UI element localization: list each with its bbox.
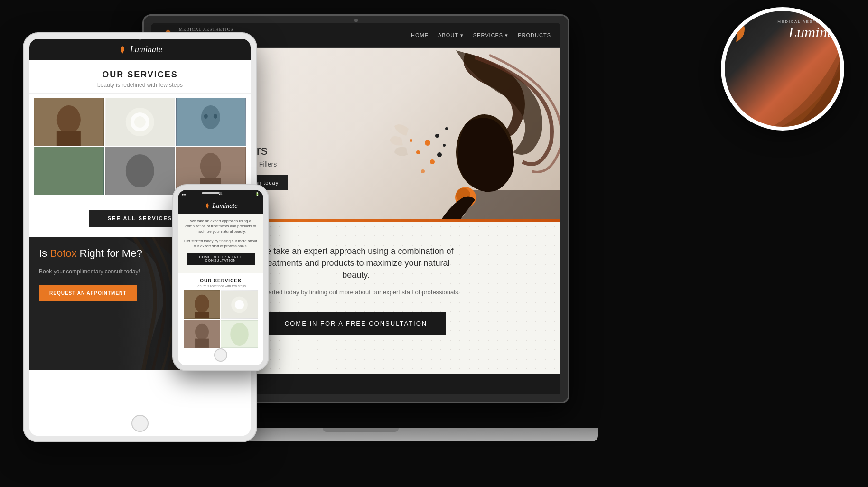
- phone-hero-text: We take an expert approach using a combi…: [183, 218, 259, 234]
- svg-point-2: [416, 150, 420, 154]
- svg-rect-32: [195, 312, 209, 318]
- nav-products[interactable]: PRODUCTS: [518, 32, 551, 38]
- svg-point-21: [204, 114, 208, 119]
- grid-photo-5: [105, 147, 175, 195]
- tablet-grid-item: [176, 98, 246, 146]
- nav-home[interactable]: HOME: [411, 32, 429, 38]
- phone-grid-item: [221, 290, 258, 319]
- phone-cta-button[interactable]: COME IN FOR A FREE CONSULTATION: [187, 253, 255, 265]
- phone-hero-section: We take an expert approach using a combi…: [178, 214, 263, 273]
- phone-grid-item: [221, 320, 258, 348]
- content-heading: We take an expert approach using a combi…: [256, 245, 456, 281]
- phone-grid-item: [184, 290, 220, 319]
- grid-photo-1: [34, 98, 104, 146]
- svg-point-26: [125, 154, 154, 187]
- phone-services-sub: Beauty is redefined with few steps: [181, 284, 261, 288]
- phone-services-title: OUR SERVICES: [181, 275, 261, 284]
- consultation-button[interactable]: COME IN FOR A FREE CONSULTATION: [266, 312, 446, 335]
- svg-point-28: [200, 153, 221, 179]
- grid-photo-4: [34, 147, 104, 195]
- phone-logo-icon: [204, 203, 211, 209]
- tablet-home-button[interactable]: [131, 415, 149, 432]
- svg-rect-14: [57, 131, 81, 146]
- tablet-services-tagline: beauty is redefined with few steps: [39, 82, 241, 88]
- circle-tagline: MEDICAL AESTHETI...: [777, 19, 835, 24]
- tablet-logo-text: Luminate: [130, 45, 162, 55]
- nav-about[interactable]: ABOUT ▾: [438, 32, 464, 38]
- phone-speaker: [202, 192, 221, 194]
- tablet-camera: [138, 36, 142, 40]
- phone-grid-photo-3: [184, 320, 220, 348]
- phone-grid-photo-2: [221, 290, 258, 319]
- circle-logo-area: MEDICAL AESTHETI... Lumina: [777, 19, 835, 41]
- phone-grid-photo-4: [221, 320, 258, 348]
- hero-silhouette-svg: [323, 48, 560, 219]
- phone-home-button[interactable]: [214, 348, 227, 362]
- svg-point-35: [235, 300, 244, 309]
- phone-get-started: Get started today by finding out more ab…: [183, 238, 259, 249]
- svg-rect-38: [195, 339, 209, 348]
- circle-zoom-inner: MEDICAL AESTHETI... Lumina: [725, 11, 840, 127]
- phone-screen: ●● ▪▪▪ 🔋 Luminate We take an expert appr…: [178, 190, 263, 365]
- svg-point-22: [214, 114, 217, 119]
- circle-logo-text: Lumina: [777, 24, 835, 41]
- nav-links: HOME ABOUT ▾ SERVICES ▾ PRODUCTS: [411, 32, 551, 38]
- svg-point-1: [425, 140, 430, 146]
- tablet-services-title: OUR SERVICES: [39, 70, 241, 80]
- phone-camera: [219, 192, 222, 195]
- phone-logo-text: Luminate: [213, 202, 238, 210]
- svg-point-9: [445, 127, 448, 130]
- svg-point-13: [57, 105, 81, 134]
- svg-point-3: [430, 159, 435, 164]
- tablet-services-header: OUR SERVICES beauty is redefined with fe…: [29, 60, 251, 94]
- svg-point-5: [421, 169, 425, 173]
- tablet-logo-icon: [118, 45, 127, 55]
- phone-nav: Luminate: [178, 198, 263, 214]
- phone-body: ●● ▪▪▪ 🔋 Luminate We take an expert appr…: [173, 185, 268, 370]
- svg-point-18: [134, 116, 145, 128]
- svg-point-37: [195, 324, 209, 340]
- svg-point-6: [435, 134, 439, 138]
- circle-zoom-badge: MEDICAL AESTHETI... Lumina: [721, 7, 844, 131]
- phone-grid-item: [184, 320, 220, 348]
- svg-point-4: [410, 139, 412, 142]
- grid-photo-2: [105, 98, 175, 146]
- svg-rect-24: [35, 147, 103, 195]
- tablet-nav: Luminate: [29, 39, 251, 60]
- tablet-grid-item: [34, 98, 104, 146]
- phone-time: ●●: [182, 193, 186, 196]
- svg-point-7: [443, 144, 446, 147]
- tablet-grid-item: [105, 147, 175, 195]
- tablet-grid-item: [34, 147, 104, 195]
- tablet-photo-grid: [29, 94, 251, 199]
- svg-point-20: [201, 105, 220, 129]
- phone-photo-grid: [181, 290, 261, 348]
- grid-photo-3: [176, 98, 246, 146]
- phone-device: ●● ▪▪▪ 🔋 Luminate We take an expert appr…: [173, 185, 268, 370]
- phone-services-section: OUR SERVICES Beauty is redefined with fe…: [178, 273, 263, 350]
- phone-grid-photo-1: [184, 290, 220, 319]
- laptop-camera-dot: [354, 19, 358, 22]
- phone-battery: 🔋: [255, 192, 260, 196]
- request-appointment-button[interactable]: REQUEST AN APPOINTMENT: [39, 285, 137, 301]
- nav-services[interactable]: SERVICES ▾: [473, 32, 509, 38]
- svg-point-8: [437, 152, 442, 157]
- hero-decoration: [323, 48, 560, 219]
- svg-point-31: [195, 295, 209, 313]
- tablet-grid-item: [105, 98, 175, 146]
- svg-point-40: [230, 323, 249, 346]
